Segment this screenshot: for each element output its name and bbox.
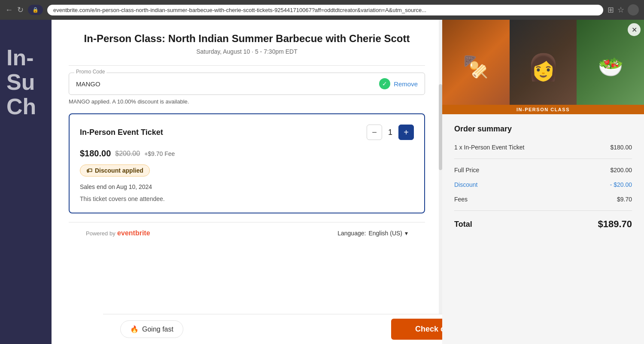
right-panel: 🍢 👩 🥗 ✕ IN-PERSON CLASS Order summary 1 …	[442, 20, 644, 344]
promo-label: Promo Code	[74, 69, 106, 75]
scroll-thumb[interactable]	[439, 84, 442, 170]
bg-title-2: Su	[6, 70, 49, 94]
event-title: In-Person Class: North Indian Summer Bar…	[69, 33, 425, 45]
checkout-button[interactable]: Check out	[391, 319, 442, 340]
bottom-action-bar: 🔥 Going fast Check out	[103, 314, 442, 344]
powered-by-text: Powered by	[86, 230, 115, 237]
chevron-down-icon: ▾	[405, 230, 408, 237]
discount-badge-text: Discount applied	[95, 167, 143, 174]
promo-code-value: MANGO	[76, 80, 100, 88]
promo-actions: ✓ Remove	[379, 78, 418, 89]
profile-icon[interactable]	[628, 4, 639, 15]
close-icon: ✕	[632, 26, 637, 34]
background-text: In- Su Ch	[0, 20, 54, 344]
bookmark-icon[interactable]: ☆	[617, 5, 624, 15]
translate-icon[interactable]: ⊞	[608, 5, 614, 15]
event-image-2: 👩	[510, 20, 577, 114]
bg-title-3: Ch	[6, 94, 49, 119]
order-line-full-price: Full Price $200.00	[454, 167, 632, 174]
ticket-pricing: $180.00 $200.00 +$9.70 Fee	[80, 149, 414, 158]
powered-by: Powered by eventbrite	[86, 229, 150, 237]
total-label: Total	[454, 220, 472, 229]
event-date: Saturday, August 10 · 5 - 7:30pm EDT	[69, 48, 425, 55]
price-original: $200.00	[115, 150, 140, 158]
fees-label: Fees	[454, 196, 617, 203]
language-selector[interactable]: Language: English (US) ▾	[337, 230, 408, 237]
ticket-header: In-Person Event Ticket − 1 +	[80, 125, 414, 140]
promo-section: Promo Code MANGO ✓ Remove MANGO applied.…	[69, 73, 425, 105]
scroll-track	[439, 20, 442, 344]
order-divider-1	[454, 158, 632, 159]
order-line-ticket: 1 x In-Person Event Ticket $180.00	[454, 144, 632, 151]
total-value: $189.70	[598, 219, 632, 230]
discount-badge: 🏷 Discount applied	[80, 164, 150, 177]
language-label: Language:	[337, 230, 366, 237]
order-divider-2	[454, 210, 632, 211]
url-bar[interactable]	[47, 5, 603, 15]
going-fast-button[interactable]: 🔥 Going fast	[120, 320, 183, 338]
promo-checkmark: ✓	[379, 78, 390, 89]
full-price-label: Full Price	[454, 167, 610, 174]
lock-icon: 🔒	[32, 7, 39, 13]
browser-chrome: ← ↻ 🔒 ⊞ ☆	[0, 0, 644, 20]
sales-end-text: Sales end on Aug 10, 2024	[80, 183, 414, 190]
portrait-image: 👩	[510, 20, 577, 114]
ticket-line-label: 1 x In-Person Event Ticket	[454, 144, 610, 151]
order-summary-panel: Order summary 1 x In-Person Event Ticket…	[442, 114, 644, 240]
remove-promo-button[interactable]: Remove	[394, 80, 418, 88]
quantity-decrease-button[interactable]: −	[367, 125, 382, 140]
ticket-card: In-Person Event Ticket − 1 + $180.00 $20…	[69, 113, 425, 213]
price-fee: +$9.70 Fee	[144, 150, 175, 157]
ticket-name: In-Person Event Ticket	[80, 128, 163, 137]
page-layout: In- Su Ch In-Person Class: North Indian …	[0, 20, 644, 344]
promo-success-message: MANGO applied. A 10.00% discount is avai…	[69, 98, 425, 105]
order-line-fees: Fees $9.70	[454, 196, 632, 203]
discount-label: Discount	[454, 181, 610, 188]
event-images: 🍢 👩 🥗 ✕ IN-PERSON CLASS	[442, 20, 644, 114]
order-summary-title: Order summary	[454, 125, 632, 134]
discount-badge-wrapper: 🏷 Discount applied	[80, 164, 414, 183]
food-image-1: 🍢	[442, 20, 510, 114]
refresh-button[interactable]: ↻	[17, 6, 24, 14]
quantity-display: 1	[388, 128, 392, 137]
fire-icon: 🔥	[130, 325, 139, 333]
powered-by-row: Powered by eventbrite Language: English …	[69, 222, 425, 244]
going-fast-label: Going fast	[142, 326, 173, 333]
divider-1	[69, 65, 425, 66]
discount-value: - $20.00	[610, 181, 632, 188]
order-total-row: Total $189.70	[454, 219, 632, 230]
language-value: English (US)	[368, 230, 402, 237]
ticket-modal: In-Person Class: North Indian Summer Bar…	[52, 20, 442, 344]
modal-scroll-area[interactable]: In-Person Class: North Indian Summer Bar…	[52, 20, 442, 314]
ticket-line-value: $180.00	[610, 144, 632, 151]
check-icon: ✓	[382, 80, 387, 87]
order-line-discount: Discount - $20.00	[454, 181, 632, 188]
in-person-badge: IN-PERSON CLASS	[442, 105, 644, 114]
price-current: $180.00	[80, 149, 111, 158]
eventbrite-brand: eventbrite	[117, 229, 150, 237]
promo-input-wrapper: Promo Code MANGO ✓ Remove	[69, 73, 425, 95]
full-price-value: $200.00	[610, 167, 632, 174]
quantity-control: − 1 +	[367, 125, 414, 140]
bg-title-1: In-	[6, 46, 49, 70]
event-image-1: 🍢	[442, 20, 510, 114]
tag-icon: 🏷	[86, 167, 92, 174]
quantity-increase-button[interactable]: +	[398, 125, 414, 140]
browser-action-icons: ⊞ ☆	[608, 4, 639, 15]
back-button[interactable]: ←	[5, 6, 13, 14]
ticket-description: This ticket covers one attendee.	[80, 195, 414, 202]
fees-value: $9.70	[617, 196, 632, 203]
close-button[interactable]: ✕	[628, 23, 641, 36]
